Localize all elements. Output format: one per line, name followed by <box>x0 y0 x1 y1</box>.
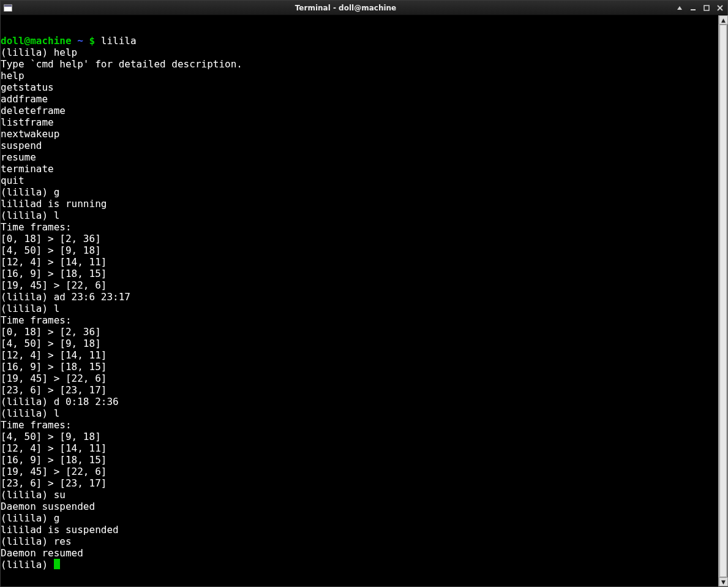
scroll-track[interactable] <box>719 25 727 577</box>
scroll-up-button[interactable]: ▲ <box>719 15 728 25</box>
svg-rect-4 <box>704 6 709 10</box>
scroll-thumb[interactable] <box>719 25 727 577</box>
scrollbar[interactable]: ▲ ▼ <box>718 15 727 586</box>
svg-rect-1 <box>4 5 12 7</box>
close-button[interactable] <box>715 3 725 13</box>
terminal-icon <box>3 3 13 13</box>
scroll-down-button[interactable]: ▼ <box>719 577 728 586</box>
cursor <box>54 559 60 569</box>
terminal-area[interactable]: doll@machine ~ $ lilila(lilila) helpType… <box>1 15 718 586</box>
svg-rect-2 <box>4 7 12 11</box>
maximize-button[interactable] <box>702 3 711 13</box>
window-controls <box>675 3 725 13</box>
terminal-window: Terminal - doll@machine doll@machine ~ $… <box>0 0 728 587</box>
shade-button[interactable] <box>675 3 685 13</box>
minimize-button[interactable] <box>688 3 698 13</box>
window-title: Terminal - doll@machine <box>17 4 675 12</box>
svg-rect-3 <box>691 9 696 10</box>
titlebar: Terminal - doll@machine <box>1 1 727 15</box>
